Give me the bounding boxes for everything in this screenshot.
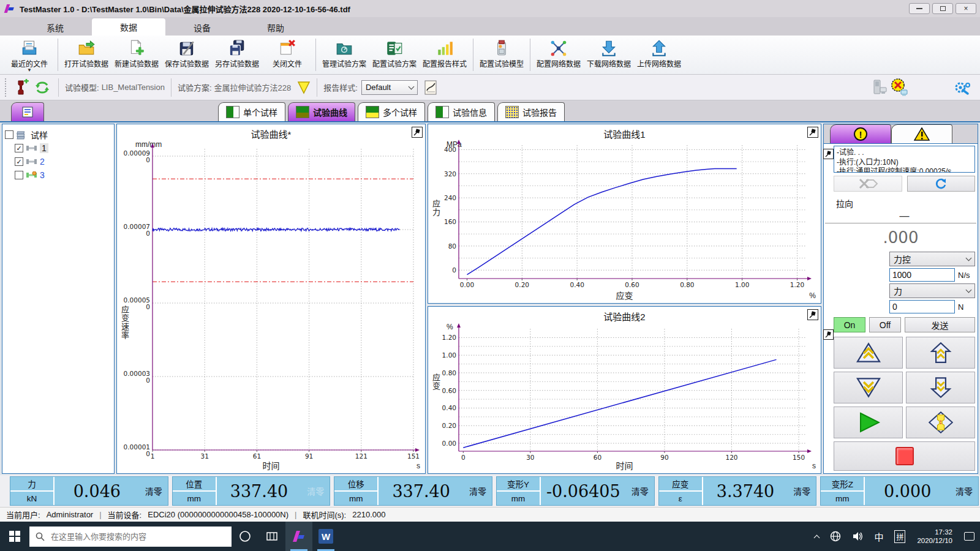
- network-tray-icon[interactable]: [824, 522, 846, 551]
- task-view-button[interactable]: [258, 522, 285, 551]
- clear-position-button[interactable]: 清零: [301, 477, 330, 505]
- root-checkbox[interactable]: [5, 130, 13, 139]
- svg-text:0.20: 0.20: [515, 281, 529, 288]
- refresh-model-button[interactable]: [32, 78, 52, 97]
- chart-pin-button[interactable]: [807, 309, 818, 320]
- tray-expand-button[interactable]: [809, 522, 824, 551]
- report-style-label: 报告样式:: [323, 81, 358, 93]
- clear-displacement-button[interactable]: 清零: [464, 477, 492, 505]
- config-network-icon: [549, 39, 568, 58]
- extensometer-button[interactable]: [834, 176, 902, 192]
- start-button[interactable]: [0, 522, 29, 551]
- menu-help[interactable]: 帮助: [239, 20, 312, 36]
- menu-device[interactable]: 设备: [165, 20, 239, 36]
- tab-test-curve[interactable]: 试验曲线: [288, 102, 355, 121]
- slow-down-button[interactable]: [906, 372, 975, 403]
- panel-pin-button[interactable]: [823, 149, 834, 159]
- stop-button[interactable]: [834, 441, 975, 471]
- clear-strain-button[interactable]: 清零: [788, 477, 816, 505]
- volume-tray-icon[interactable]: [846, 522, 869, 551]
- ime-language-button[interactable]: 中: [869, 522, 889, 551]
- start-test-button[interactable]: [834, 407, 903, 438]
- tree-item-specimen-2[interactable]: ✓ 2: [5, 155, 111, 168]
- new-data-button[interactable]: 新建试验数据: [111, 37, 162, 73]
- chart-pin-button[interactable]: [412, 127, 423, 138]
- panel-pin-button[interactable]: [823, 329, 834, 340]
- target-input[interactable]: [889, 300, 955, 313]
- taskbar-word-app[interactable]: W: [312, 522, 339, 551]
- open-data-button[interactable]: 打开试验数据: [61, 37, 111, 73]
- title-bar: TestMaster 1.0 - D:\TestMaster 1.0\Bin\D…: [0, 0, 980, 17]
- minimize-button[interactable]: [909, 3, 930, 14]
- cortana-button[interactable]: [232, 522, 258, 551]
- new-data-icon: [127, 39, 146, 58]
- open-data-icon: [77, 39, 96, 58]
- close-button[interactable]: ×: [956, 3, 976, 14]
- add-specimen-button[interactable]: [13, 78, 32, 97]
- clear-force-button[interactable]: 清零: [140, 477, 168, 505]
- save-data-button[interactable]: 保存试验数据: [162, 37, 212, 73]
- tab-multi-specimen[interactable]: 多个试样: [358, 102, 425, 121]
- settings-button[interactable]: [952, 78, 971, 97]
- tree-item-specimen-1[interactable]: ✓ 1: [5, 141, 111, 155]
- tree-item-specimen-3[interactable]: 3: [5, 168, 111, 182]
- reconnect-button[interactable]: [907, 176, 976, 192]
- download-network-button[interactable]: 下载网络数据: [584, 37, 634, 73]
- speed-input[interactable]: [889, 268, 955, 282]
- tab-test-info[interactable]: 试验信息: [428, 102, 495, 121]
- tab-test-log[interactable]: !: [830, 124, 891, 143]
- close-file-button[interactable]: 关闭文件: [262, 37, 312, 73]
- menu-bar: 系统 数据 设备 帮助: [0, 17, 980, 36]
- clear-deform-y-button[interactable]: 清零: [626, 477, 654, 505]
- fast-down-button[interactable]: [834, 372, 903, 403]
- save-as-data-button[interactable]: 另存试验数据: [212, 37, 262, 73]
- connection-error-icon[interactable]: [889, 78, 909, 97]
- off-button[interactable]: Off: [869, 317, 901, 332]
- taskbar-testmaster-app[interactable]: [285, 522, 312, 551]
- fast-up-button[interactable]: [834, 337, 903, 369]
- config-network-button[interactable]: 配置网络数据: [533, 37, 584, 73]
- tab-test-report[interactable]: 试验报告: [497, 102, 565, 121]
- recent-files-button[interactable]: 最近的文件 ▼: [4, 37, 55, 73]
- specimen-2-checkbox[interactable]: ✓: [15, 157, 23, 166]
- test-report-icon: [505, 106, 519, 118]
- taskbar-clock[interactable]: 17:32 2020/12/10: [911, 528, 959, 545]
- on-button[interactable]: On: [834, 317, 865, 332]
- strain-rate-chart: 13161911211510.0000900.0000700.0000500.0…: [118, 139, 423, 472]
- specimen-setup-button[interactable]: [906, 407, 975, 438]
- control-mode-select[interactable]: 力控: [889, 252, 975, 266]
- config-report-style-button[interactable]: 配置报告样式: [420, 37, 470, 73]
- specimen-1-checkbox[interactable]: ✓: [15, 144, 23, 152]
- tab-single-specimen[interactable]: 单个试样: [218, 102, 285, 121]
- clear-deform-z-button[interactable]: 清零: [950, 477, 978, 505]
- notification-center-button[interactable]: [959, 522, 980, 551]
- report-preview-button[interactable]: [421, 78, 441, 97]
- menu-system[interactable]: 系统: [18, 20, 92, 36]
- slow-up-button[interactable]: [906, 337, 975, 369]
- manage-scheme-button[interactable]: 管理试验方案: [319, 37, 369, 73]
- current-user-value: Administrator: [47, 510, 94, 519]
- upload-network-button[interactable]: 上传网络数据: [634, 37, 684, 73]
- specimen-3-checkbox[interactable]: [15, 171, 23, 179]
- app-logo-icon: [4, 3, 15, 14]
- tab-warnings[interactable]: [891, 124, 952, 143]
- target-mode-select[interactable]: 力: [889, 283, 975, 298]
- restore-button[interactable]: [932, 3, 953, 14]
- search-input[interactable]: [50, 531, 225, 542]
- tab-specimen-panel[interactable]: [11, 102, 44, 121]
- pin-icon: [413, 129, 421, 136]
- tree-root-specimens[interactable]: 试样: [5, 128, 111, 141]
- chart-pin-button[interactable]: [807, 127, 818, 138]
- ime-mode-button[interactable]: 拼: [889, 522, 911, 551]
- pin-icon: [825, 331, 832, 338]
- taskbar-search[interactable]: [29, 527, 232, 547]
- send-button[interactable]: 发送: [905, 317, 975, 332]
- report-style-select[interactable]: Default: [361, 80, 418, 95]
- measurement-row: 力kN 0.046 清零 位置mm 337.40 清零 位移mm 337.40 …: [0, 475, 980, 507]
- svg-text:0: 0: [146, 450, 150, 457]
- config-scheme-button[interactable]: 配置试验方案: [369, 37, 420, 73]
- config-model-button[interactable]: 配置试验模型: [477, 37, 527, 73]
- menu-data[interactable]: 数据: [92, 18, 165, 36]
- scheme-filter-icon[interactable]: [297, 80, 311, 95]
- specimen-1-label: 1: [40, 143, 48, 153]
